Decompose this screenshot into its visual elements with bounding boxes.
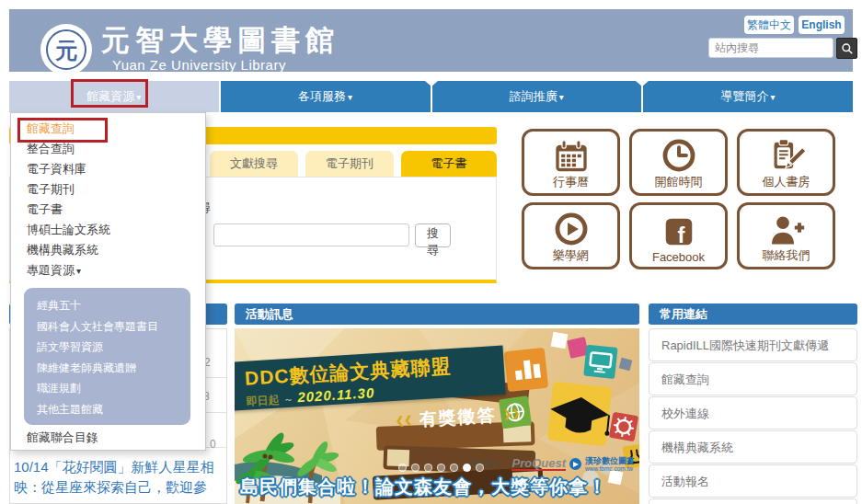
quick-link-calendar[interactable]: 行事曆 [522, 129, 620, 196]
clock-icon [661, 138, 696, 173]
carousel-dot[interactable] [424, 464, 432, 472]
nav-label: 諮詢推廣 [510, 89, 557, 103]
nav-label: 各項服務 [298, 89, 346, 103]
calendar-icon [553, 139, 590, 173]
collection-resources-dropdown: 館藏查詢 整合查詢 電子資料庫 電子期刊 電子書 博碩士論文系統 機構典藏系統 … [10, 112, 206, 451]
lang-switch-english[interactable]: English [799, 16, 845, 34]
facebook-icon: f [661, 214, 696, 249]
submenu-item-nsc-humanities-booklist[interactable]: 國科會人文社會專題書目 [24, 316, 190, 338]
chevron-down-icon: ▾ [559, 92, 564, 102]
banner-caption: 島民們集合啦！論文森友會，大獎等你拿！ [240, 475, 607, 499]
laurel-right-icon: ❯❯ [502, 407, 520, 419]
nav-item-guide-intro[interactable]: 導覽簡介▾ [641, 81, 853, 112]
submenu-item-teacher-chen-bequest[interactable]: 陳維健老師典藏遺贈 [24, 358, 190, 379]
quick-link-open-hours[interactable]: 開館時間 [629, 129, 728, 196]
quick-link-label: 聯絡我們 [763, 247, 810, 264]
link-institutional-repository[interactable]: 機構典藏系統 [649, 430, 857, 464]
nav-item-collection-resources[interactable]: 館藏資源▾ [9, 81, 219, 112]
carousel-dot-active[interactable] [463, 464, 471, 472]
tbmc-logo-icon [569, 458, 581, 470]
link-catalog-search[interactable]: 館藏查詢 [649, 362, 857, 395]
add-contact-icon [768, 212, 805, 246]
submenu-item-classic-fifty[interactable]: 經典五十 [24, 295, 190, 316]
notebook-pencil-icon [768, 138, 805, 173]
menu-item-label: 專題資源 [27, 263, 75, 277]
chevron-down-icon: ▾ [348, 92, 352, 102]
chevron-down-icon: ▾ [76, 266, 81, 276]
submenu-item-language-learning[interactable]: 語文學習資源 [24, 337, 190, 358]
quick-link-elearning[interactable]: 樂學網 [522, 202, 620, 269]
tab-e-book[interactable]: 電子書 [401, 151, 497, 177]
tab-e-journal[interactable]: 電子期刊 [305, 151, 394, 177]
quick-link-personal-study[interactable]: 個人書房 [737, 129, 835, 196]
site-search-input[interactable] [708, 38, 833, 58]
chevron-down-icon: ▾ [136, 92, 141, 102]
menu-item-thesis-system[interactable]: 博碩士論文系統 [11, 220, 205, 240]
quick-link-contact-us[interactable]: 聯絡我們 [737, 202, 835, 269]
menu-item-institutional-repository[interactable]: 機構典藏系統 [11, 240, 205, 260]
banner-date-prefix: 即日起 [246, 394, 280, 408]
menu-item-e-databases[interactable]: 電子資料庫 [11, 159, 205, 179]
prize-label: 有獎徵答 [419, 405, 497, 429]
menu-item-subject-resources[interactable]: 專題資源▾ [11, 260, 205, 281]
quick-link-label: 開館時間 [655, 174, 703, 190]
search-icon [841, 42, 854, 55]
university-seal-logo[interactable]: 元 [40, 23, 93, 76]
common-links-list: RapidILL國際快速期刊文獻傳遞 館藏查詢 校外連線 機構典藏系統 活動報名 [649, 328, 857, 504]
main-nav: 館藏資源▾ 各項服務▾ 諮詢推廣▾ 導覽簡介▾ [9, 81, 853, 112]
carousel-dot[interactable] [476, 464, 484, 472]
link-rapidill[interactable]: RapidILL國際快速期刊文獻傳遞 [649, 328, 857, 361]
menu-item-e-journals[interactable]: 電子期刊 [11, 179, 205, 200]
link-off-campus-access[interactable]: 校外連線 [649, 396, 857, 430]
menu-item-e-books[interactable]: 電子書 [11, 200, 205, 220]
quick-link-label: Facebook [652, 250, 705, 264]
site-subtitle: Yuan Ze University Library [112, 57, 286, 73]
svg-text:元: 元 [54, 37, 77, 63]
menu-item-catalog-search[interactable]: 館藏查詢 [11, 119, 205, 139]
nav-label: 館藏資源 [86, 89, 134, 103]
link-event-registration[interactable]: 活動報名 [649, 464, 857, 498]
search-submit-button[interactable]: 搜尋 [415, 223, 451, 247]
banner-date-separator: ～ [283, 394, 294, 406]
site-search-button[interactable] [836, 38, 857, 59]
nav-label: 導覽簡介 [721, 89, 769, 103]
events-section-header: 活動訊息 [235, 304, 639, 325]
carousel-dot[interactable] [411, 464, 420, 472]
chevron-down-icon: ▾ [771, 92, 776, 102]
carousel-dots [398, 464, 484, 472]
submenu-item-other-collections[interactable]: 其他主題館藏 [24, 399, 190, 420]
nav-divider-notch [425, 81, 438, 86]
header-band: 元 元智大學圖書館 Yuan Ze University Library 繁體中… [9, 9, 853, 72]
proquest-logo: ProQuest [511, 457, 566, 471]
common-links-section-header: 常用連結 [649, 304, 857, 325]
banner-date-end: 2020.11.30 [297, 384, 375, 405]
nav-divider-notch [636, 81, 649, 86]
site-title: 元智大學圖書館 [101, 21, 339, 60]
banner-partners: 聯辦單位： ProQuest 漢珍數位圖書 www.tbmc.com.tw [469, 456, 635, 473]
link-partially-visible[interactable] [649, 498, 857, 504]
carousel-dot[interactable] [450, 464, 458, 472]
keyword-search-input[interactable] [213, 223, 409, 246]
news-date-fragment: 0 [210, 438, 216, 451]
carousel-dot[interactable] [398, 464, 407, 472]
yzu-library-homepage: 元 元智大學圖書館 Yuan Ze University Library 繁體中… [0, 0, 862, 504]
play-circle-icon [554, 212, 589, 246]
quick-link-facebook[interactable]: f Facebook [629, 202, 728, 269]
quick-link-grid: 行事曆 開館時間 個人書房 [522, 129, 835, 269]
events-carousel-banner[interactable]: DDC數位論文典藏聯盟 即日起 ～ 2020.11.30 ❮❮ 有獎徵答 ❯❯ … [235, 328, 639, 504]
quick-link-label: 行事曆 [553, 174, 589, 190]
tbmc-logo-url: www.tbmc.com.tw [585, 465, 635, 472]
nav-item-consultation-promotion[interactable]: 諮詢推廣▾ [431, 81, 642, 112]
menu-item-union-catalog[interactable]: 館藏聯合目錄 [11, 430, 205, 445]
quick-link-label: 個人書房 [763, 174, 810, 190]
tab-article-search[interactable]: 文獻搜尋 [210, 151, 298, 177]
carousel-dot[interactable] [437, 464, 445, 472]
nav-item-services[interactable]: 各項服務▾ [219, 81, 431, 112]
laurel-left-icon: ❮❮ [396, 414, 413, 426]
lang-switch-chinese[interactable]: 繁體中文 [744, 16, 794, 34]
submenu-item-career-planning[interactable]: 職涯規劃 [24, 378, 190, 399]
menu-item-integrated-search[interactable]: 整合查詢 [11, 139, 205, 159]
subject-resources-submenu: 經典五十 國科會人文社會專題書目 語文學習資源 陳維健老師典藏遺贈 職涯規劃 其… [24, 288, 190, 425]
news-headline-link[interactable]: 10/14「花好閱圓」新鮮人星星相映：從星座來探索自己，歡迎參 [14, 457, 224, 498]
svg-text:f: f [677, 223, 684, 247]
